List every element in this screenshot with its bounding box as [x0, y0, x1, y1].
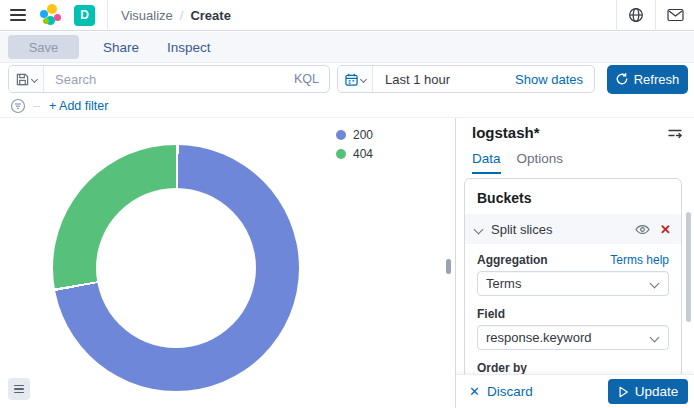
- split-slices-accordion[interactable]: Split slices ✕: [465, 214, 681, 244]
- date-picker-menu-button[interactable]: [338, 66, 373, 92]
- chevron-down-icon: [474, 224, 484, 234]
- query-bar: Search KQL Last 1 hour Show dates Refres…: [0, 63, 694, 95]
- legend-item[interactable]: 404: [336, 147, 373, 161]
- save-button[interactable]: Save: [8, 35, 79, 59]
- chevron-down-icon: [359, 75, 366, 82]
- panel-resizer-handle[interactable]: [446, 259, 451, 274]
- buckets-card: Buckets Split slices ✕ Aggregation Terms…: [464, 178, 682, 378]
- search-input[interactable]: Search: [44, 72, 294, 87]
- chart-legend: 200 404: [336, 128, 373, 161]
- refresh-icon: [616, 73, 628, 85]
- breadcrumb-create: Create: [190, 8, 230, 23]
- tab-data[interactable]: Data: [472, 151, 501, 174]
- save-disk-icon: [16, 73, 29, 86]
- time-range-value[interactable]: Last 1 hour: [373, 72, 515, 87]
- breadcrumb-visualize[interactable]: Visualize: [121, 8, 173, 23]
- breadcrumb-separator: /: [180, 8, 184, 23]
- refresh-button[interactable]: Refresh: [607, 65, 688, 94]
- mail-icon[interactable]: [656, 0, 694, 30]
- remove-bucket-icon[interactable]: ✕: [660, 223, 671, 236]
- editor-footer: ✕ Discard Update: [456, 374, 694, 408]
- field-label: Field: [477, 307, 505, 321]
- index-pattern-title: logstash*: [472, 124, 540, 141]
- legend-swatch: [336, 130, 346, 140]
- elastic-logo-icon[interactable]: [40, 4, 62, 26]
- tab-options[interactable]: Options: [517, 151, 564, 174]
- editor-tabs: Data Options: [472, 151, 563, 174]
- legend-toggle-button[interactable]: [8, 378, 30, 400]
- field-select[interactable]: response.keyword: [477, 325, 669, 350]
- calendar-icon: [345, 73, 358, 86]
- visualization-editor-panel: logstash* Data Options Buckets Split sli…: [455, 118, 694, 408]
- show-dates-button[interactable]: Show dates: [515, 72, 594, 87]
- saved-query-menu-button[interactable]: [9, 66, 44, 92]
- aggregation-select[interactable]: Terms: [477, 271, 669, 296]
- buckets-heading: Buckets: [465, 179, 681, 214]
- panel-scrollbar[interactable]: [686, 212, 691, 322]
- chevron-down-icon: [650, 279, 660, 289]
- split-slices-label: Split slices: [491, 222, 635, 237]
- time-picker-group: Last 1 hour Show dates: [337, 65, 595, 93]
- share-button[interactable]: Share: [89, 40, 153, 55]
- app-header: D Visualize / Create: [0, 0, 694, 31]
- donut-hole: [96, 188, 256, 348]
- breadcrumb: Visualize / Create: [121, 8, 231, 23]
- collapse-panel-icon[interactable]: [666, 125, 684, 143]
- kibana-visualize-app: D Visualize / Create Save Share Ins: [0, 0, 694, 408]
- kql-toggle-button[interactable]: KQL: [294, 72, 329, 86]
- chevron-down-icon: [30, 75, 37, 82]
- aggregation-label: Aggregation: [477, 253, 548, 267]
- terms-help-link[interactable]: Terms help: [610, 253, 669, 267]
- globe-icon[interactable]: [617, 0, 655, 30]
- order-by-label: Order by: [477, 361, 527, 375]
- donut-chart[interactable]: [53, 145, 299, 391]
- filter-bar: + Add filter: [0, 95, 694, 118]
- header-divider: [107, 0, 108, 31]
- search-input-group: Search KQL: [8, 65, 330, 93]
- add-filter-button[interactable]: + Add filter: [49, 99, 108, 113]
- legend-label: 404: [353, 147, 373, 161]
- eye-icon[interactable]: [635, 223, 650, 236]
- inspect-button[interactable]: Inspect: [153, 40, 225, 55]
- chevron-down-icon: [650, 333, 660, 343]
- play-icon: [618, 386, 629, 398]
- legend-swatch: [336, 149, 346, 159]
- menu-icon[interactable]: [10, 9, 26, 21]
- discard-x-icon: ✕: [469, 384, 480, 399]
- visualization-canvas: 200 404: [0, 118, 455, 408]
- discard-button[interactable]: ✕ Discard: [469, 384, 533, 399]
- visualize-toolbar: Save Share Inspect: [0, 32, 694, 63]
- update-button[interactable]: Update: [608, 379, 688, 404]
- legend-item[interactable]: 200: [336, 128, 373, 142]
- legend-label: 200: [353, 128, 373, 142]
- filter-dash: [33, 106, 40, 107]
- space-badge[interactable]: D: [74, 5, 95, 26]
- filter-circle-icon[interactable]: [10, 98, 26, 114]
